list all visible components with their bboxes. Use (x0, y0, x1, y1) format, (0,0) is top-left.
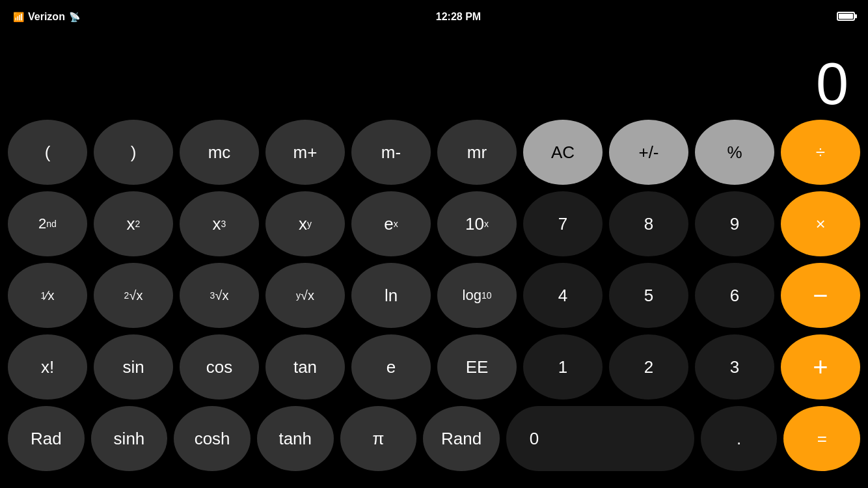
zero-button[interactable]: 0 (506, 406, 694, 471)
decimal-button[interactable]: . (701, 406, 778, 471)
factorial-button[interactable]: x! (8, 334, 87, 400)
nine-button[interactable]: 9 (695, 191, 774, 256)
sqrt2-button[interactable]: 2√x (94, 263, 173, 328)
sinh-button[interactable]: sinh (91, 406, 168, 471)
display-value: 0 (816, 55, 848, 113)
five-button[interactable]: 5 (609, 263, 688, 328)
close-paren-button[interactable]: ) (94, 120, 173, 185)
six-button[interactable]: 6 (695, 263, 774, 328)
time-display: 12:28 PM (436, 11, 481, 23)
battery-area (837, 12, 855, 23)
e-to-x-button[interactable]: ex (351, 191, 431, 256)
mr-button[interactable]: mr (437, 120, 517, 185)
e-button[interactable]: e (351, 334, 431, 400)
row-roots: 1⁄x 2√x 3√x y√x ln log10 4 5 6 − (8, 263, 860, 328)
multiply-button[interactable]: × (781, 191, 860, 256)
row-memory: ( ) mc m+ m- mr AC +/- % ÷ (8, 120, 860, 185)
ten-to-x-button[interactable]: 10x (437, 191, 517, 256)
eight-button[interactable]: 8 (609, 191, 688, 256)
plus-minus-button[interactable]: +/- (609, 120, 688, 185)
sqrt3-button[interactable]: 3√x (180, 263, 259, 328)
x-cubed-button[interactable]: x3 (180, 191, 259, 256)
seven-button[interactable]: 7 (523, 191, 603, 256)
log10-button[interactable]: log10 (437, 263, 517, 328)
x-to-y-button[interactable]: xy (265, 191, 345, 256)
status-bar: 📶 Verizon 📡 12:28 PM (0, 0, 868, 29)
second-button[interactable]: 2nd (8, 191, 87, 256)
ee-button[interactable]: EE (437, 334, 517, 400)
tanh-button[interactable]: tanh (257, 406, 334, 471)
open-paren-button[interactable]: ( (8, 120, 87, 185)
carrier-label: Verizon (28, 11, 65, 23)
battery-icon (837, 12, 855, 21)
one-button[interactable]: 1 (523, 334, 603, 400)
status-left: 📶 Verizon 📡 (13, 11, 80, 23)
x-squared-button[interactable]: x2 (94, 191, 173, 256)
equals-button[interactable]: = (783, 406, 860, 471)
sqrt-y-button[interactable]: y√x (265, 263, 345, 328)
ac-button[interactable]: AC (523, 120, 603, 185)
add-button[interactable]: + (781, 334, 860, 400)
m-plus-button[interactable]: m+ (265, 120, 345, 185)
two-button[interactable]: 2 (609, 334, 688, 400)
divide-button[interactable]: ÷ (781, 120, 860, 185)
four-button[interactable]: 4 (523, 263, 603, 328)
rand-button[interactable]: Rand (423, 406, 500, 471)
row-exponents: 2nd x2 x3 xy ex 10x 7 8 9 × (8, 191, 860, 256)
one-over-x-button[interactable]: 1⁄x (8, 263, 87, 328)
battery-fill (839, 14, 853, 19)
wifi-icon: 📡 (69, 12, 80, 22)
signal-icon: 📶 (13, 12, 24, 22)
rad-button[interactable]: Rad (8, 406, 85, 471)
three-button[interactable]: 3 (695, 334, 774, 400)
ln-button[interactable]: ln (351, 263, 431, 328)
cosh-button[interactable]: cosh (174, 406, 251, 471)
sin-button[interactable]: sin (94, 334, 173, 400)
calculator-keypad: ( ) mc m+ m- mr AC +/- % ÷ 2nd x2 x3 xy … (0, 120, 868, 479)
tan-button[interactable]: tan (265, 334, 345, 400)
percent-button[interactable]: % (695, 120, 774, 185)
mc-button[interactable]: mc (180, 120, 259, 185)
calculator-display: 0 (0, 29, 868, 120)
row-bottom: Rad sinh cosh tanh π Rand 0 . = (8, 406, 860, 471)
m-minus-button[interactable]: m- (351, 120, 431, 185)
pi-button[interactable]: π (340, 406, 417, 471)
cos-button[interactable]: cos (180, 334, 259, 400)
subtract-button[interactable]: − (781, 263, 860, 328)
row-trig: x! sin cos tan e EE 1 2 3 + (8, 334, 860, 400)
